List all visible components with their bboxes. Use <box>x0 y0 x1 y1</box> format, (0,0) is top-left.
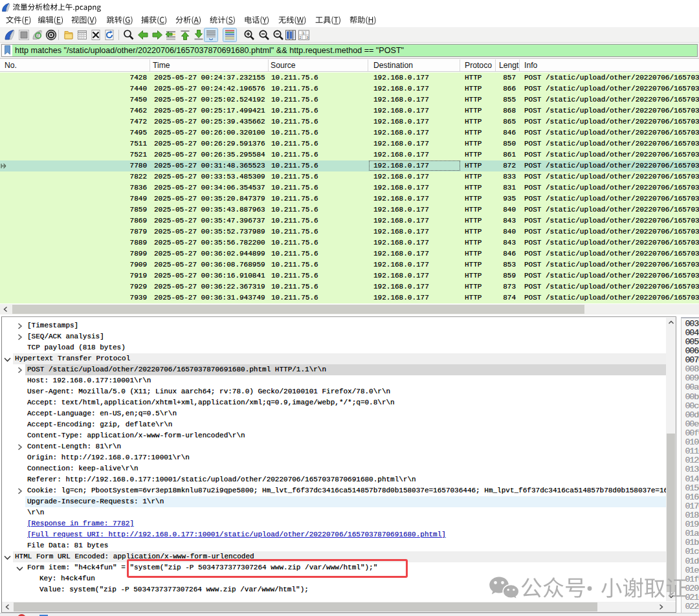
svg-text:2: 2 <box>299 36 301 39</box>
svg-text:3: 3 <box>306 36 308 39</box>
svg-text:1: 1 <box>302 31 304 35</box>
